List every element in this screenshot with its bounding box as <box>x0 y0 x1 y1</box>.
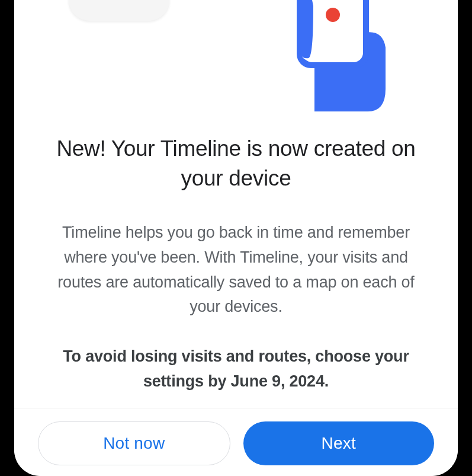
dialog-warning-text: To avoid losing visits and routes, choos… <box>40 344 432 394</box>
svg-point-4 <box>326 8 340 22</box>
not-now-button[interactable]: Not now <box>38 421 230 465</box>
button-bar: Not now Next <box>14 408 458 476</box>
dialog-container: New! Your Timeline is now created on you… <box>14 0 458 476</box>
content-area: New! Your Timeline is now created on you… <box>14 111 458 408</box>
dialog-body-text: Timeline helps you go back in time and r… <box>40 221 432 320</box>
hand-holding-phone-icon <box>279 0 409 111</box>
next-button[interactable]: Next <box>243 421 435 465</box>
cloud-icon <box>69 0 169 21</box>
dialog-heading: New! Your Timeline is now created on you… <box>40 134 432 193</box>
illustration-area <box>14 0 458 111</box>
